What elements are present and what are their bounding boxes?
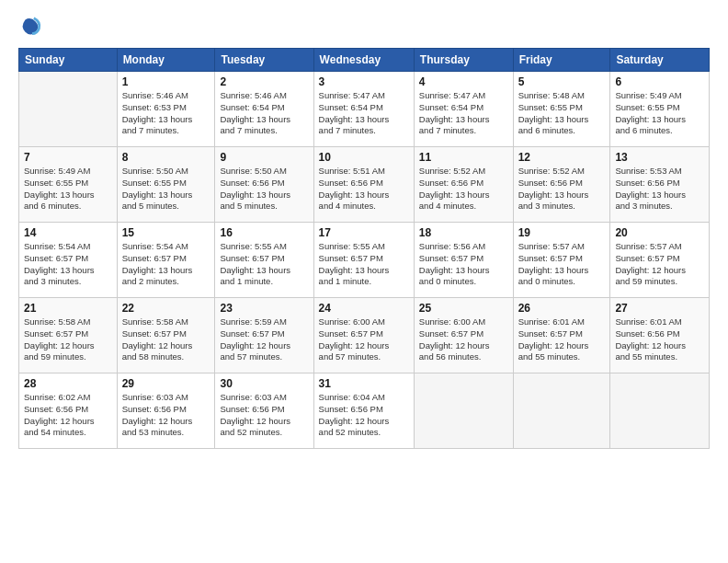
calendar-cell: 15Sunrise: 5:54 AM Sunset: 6:57 PM Dayli… <box>117 223 215 298</box>
calendar-cell: 8Sunrise: 5:50 AM Sunset: 6:55 PM Daylig… <box>117 147 215 223</box>
calendar-cell: 23Sunrise: 5:59 AM Sunset: 6:57 PM Dayli… <box>215 298 313 373</box>
calendar-cell: 31Sunrise: 6:04 AM Sunset: 6:56 PM Dayli… <box>313 373 414 449</box>
cell-info: Sunrise: 5:53 AM Sunset: 6:56 PM Dayligh… <box>615 166 704 213</box>
calendar-cell: 19Sunrise: 5:57 AM Sunset: 6:57 PM Dayli… <box>513 223 610 298</box>
cell-day-number: 14 <box>24 226 112 239</box>
calendar-cell <box>414 373 513 449</box>
cell-day-number: 10 <box>319 151 409 164</box>
cell-info: Sunrise: 5:54 AM Sunset: 6:57 PM Dayligh… <box>24 241 112 288</box>
calendar-table: SundayMondayTuesdayWednesdayThursdayFrid… <box>18 48 710 449</box>
calendar-cell: 7Sunrise: 5:49 AM Sunset: 6:55 PM Daylig… <box>19 147 118 223</box>
cell-info: Sunrise: 6:02 AM Sunset: 6:56 PM Dayligh… <box>24 392 112 439</box>
cell-day-number: 6 <box>615 75 704 88</box>
cell-info: Sunrise: 5:46 AM Sunset: 6:54 PM Dayligh… <box>220 90 308 137</box>
cell-info: Sunrise: 5:51 AM Sunset: 6:56 PM Dayligh… <box>319 166 409 213</box>
header-cell-thursday: Thursday <box>414 49 513 72</box>
cell-info: Sunrise: 5:48 AM Sunset: 6:55 PM Dayligh… <box>518 90 606 137</box>
cell-info: Sunrise: 5:57 AM Sunset: 6:57 PM Dayligh… <box>615 241 704 288</box>
calendar-cell: 6Sunrise: 5:49 AM Sunset: 6:55 PM Daylig… <box>610 72 710 147</box>
cell-day-number: 8 <box>122 151 210 164</box>
header-cell-wednesday: Wednesday <box>313 49 414 72</box>
cell-info: Sunrise: 6:03 AM Sunset: 6:56 PM Dayligh… <box>220 392 308 439</box>
calendar-cell: 11Sunrise: 5:52 AM Sunset: 6:56 PM Dayli… <box>414 147 513 223</box>
calendar-cell: 24Sunrise: 6:00 AM Sunset: 6:57 PM Dayli… <box>313 298 414 373</box>
cell-day-number: 2 <box>220 75 308 88</box>
cell-day-number: 3 <box>319 75 409 88</box>
calendar-cell: 28Sunrise: 6:02 AM Sunset: 6:56 PM Dayli… <box>19 373 118 449</box>
calendar-cell: 17Sunrise: 5:55 AM Sunset: 6:57 PM Dayli… <box>313 223 414 298</box>
calendar-cell: 16Sunrise: 5:55 AM Sunset: 6:57 PM Dayli… <box>215 223 313 298</box>
page: SundayMondayTuesdayWednesdayThursdayFrid… <box>0 0 728 563</box>
week-row-2: 7Sunrise: 5:49 AM Sunset: 6:55 PM Daylig… <box>19 147 710 223</box>
cell-info: Sunrise: 5:47 AM Sunset: 6:54 PM Dayligh… <box>419 90 508 137</box>
cell-info: Sunrise: 5:58 AM Sunset: 6:57 PM Dayligh… <box>122 316 210 363</box>
cell-info: Sunrise: 5:49 AM Sunset: 6:55 PM Dayligh… <box>615 90 704 137</box>
week-row-1: 1Sunrise: 5:46 AM Sunset: 6:53 PM Daylig… <box>19 72 710 147</box>
calendar-cell: 9Sunrise: 5:50 AM Sunset: 6:56 PM Daylig… <box>215 147 313 223</box>
calendar-cell: 4Sunrise: 5:47 AM Sunset: 6:54 PM Daylig… <box>414 72 513 147</box>
cell-day-number: 24 <box>319 302 409 315</box>
cell-info: Sunrise: 6:01 AM Sunset: 6:57 PM Dayligh… <box>518 316 606 363</box>
cell-day-number: 23 <box>220 302 308 315</box>
calendar-cell: 20Sunrise: 5:57 AM Sunset: 6:57 PM Dayli… <box>610 223 710 298</box>
cell-info: Sunrise: 6:01 AM Sunset: 6:56 PM Dayligh… <box>615 316 704 363</box>
cell-day-number: 4 <box>419 75 508 88</box>
cell-info: Sunrise: 6:00 AM Sunset: 6:57 PM Dayligh… <box>419 316 508 363</box>
cell-info: Sunrise: 5:58 AM Sunset: 6:57 PM Dayligh… <box>24 316 112 363</box>
calendar-cell: 27Sunrise: 6:01 AM Sunset: 6:56 PM Dayli… <box>610 298 710 373</box>
cell-info: Sunrise: 5:57 AM Sunset: 6:57 PM Dayligh… <box>518 241 606 288</box>
logo-icon <box>18 15 44 40</box>
cell-day-number: 22 <box>122 302 210 315</box>
cell-day-number: 12 <box>518 151 606 164</box>
cell-info: Sunrise: 5:56 AM Sunset: 6:57 PM Dayligh… <box>419 241 508 288</box>
cell-day-number: 28 <box>24 377 112 390</box>
calendar-cell: 2Sunrise: 5:46 AM Sunset: 6:54 PM Daylig… <box>215 72 313 147</box>
calendar-cell <box>513 373 610 449</box>
cell-day-number: 18 <box>419 226 508 239</box>
cell-day-number: 19 <box>518 226 606 239</box>
cell-day-number: 11 <box>419 151 508 164</box>
header-cell-tuesday: Tuesday <box>215 49 313 72</box>
calendar-cell: 10Sunrise: 5:51 AM Sunset: 6:56 PM Dayli… <box>313 147 414 223</box>
logo-area <box>18 15 48 40</box>
cell-info: Sunrise: 5:47 AM Sunset: 6:54 PM Dayligh… <box>319 90 409 137</box>
cell-info: Sunrise: 5:46 AM Sunset: 6:53 PM Dayligh… <box>122 90 210 137</box>
week-row-3: 14Sunrise: 5:54 AM Sunset: 6:57 PM Dayli… <box>19 223 710 298</box>
calendar-cell: 3Sunrise: 5:47 AM Sunset: 6:54 PM Daylig… <box>313 72 414 147</box>
cell-info: Sunrise: 5:59 AM Sunset: 6:57 PM Dayligh… <box>220 316 308 363</box>
header-cell-sunday: Sunday <box>19 49 118 72</box>
cell-info: Sunrise: 5:50 AM Sunset: 6:56 PM Dayligh… <box>220 166 308 213</box>
cell-day-number: 25 <box>419 302 508 315</box>
cell-info: Sunrise: 5:52 AM Sunset: 6:56 PM Dayligh… <box>419 166 508 213</box>
cell-day-number: 9 <box>220 151 308 164</box>
cell-day-number: 30 <box>220 377 308 390</box>
header-row: SundayMondayTuesdayWednesdayThursdayFrid… <box>19 49 710 72</box>
header-cell-monday: Monday <box>117 49 215 72</box>
cell-info: Sunrise: 5:50 AM Sunset: 6:55 PM Dayligh… <box>122 166 210 213</box>
calendar-cell: 5Sunrise: 5:48 AM Sunset: 6:55 PM Daylig… <box>513 72 610 147</box>
calendar-cell <box>19 72 118 147</box>
cell-day-number: 20 <box>615 226 704 239</box>
cell-day-number: 26 <box>518 302 606 315</box>
calendar-cell: 18Sunrise: 5:56 AM Sunset: 6:57 PM Dayli… <box>414 223 513 298</box>
calendar-cell: 26Sunrise: 6:01 AM Sunset: 6:57 PM Dayli… <box>513 298 610 373</box>
cell-day-number: 17 <box>319 226 409 239</box>
calendar-cell: 29Sunrise: 6:03 AM Sunset: 6:56 PM Dayli… <box>117 373 215 449</box>
cell-day-number: 7 <box>24 151 112 164</box>
header-cell-saturday: Saturday <box>610 49 710 72</box>
calendar-cell: 12Sunrise: 5:52 AM Sunset: 6:56 PM Dayli… <box>513 147 610 223</box>
week-row-4: 21Sunrise: 5:58 AM Sunset: 6:57 PM Dayli… <box>19 298 710 373</box>
cell-day-number: 1 <box>122 75 210 88</box>
cell-day-number: 15 <box>122 226 210 239</box>
cell-info: Sunrise: 6:04 AM Sunset: 6:56 PM Dayligh… <box>319 392 409 439</box>
cell-info: Sunrise: 5:52 AM Sunset: 6:56 PM Dayligh… <box>518 166 606 213</box>
calendar-cell: 22Sunrise: 5:58 AM Sunset: 6:57 PM Dayli… <box>117 298 215 373</box>
calendar-cell <box>610 373 710 449</box>
header <box>18 15 710 40</box>
cell-day-number: 13 <box>615 151 704 164</box>
cell-day-number: 27 <box>615 302 704 315</box>
week-row-5: 28Sunrise: 6:02 AM Sunset: 6:56 PM Dayli… <box>19 373 710 449</box>
calendar-cell: 25Sunrise: 6:00 AM Sunset: 6:57 PM Dayli… <box>414 298 513 373</box>
calendar-cell: 14Sunrise: 5:54 AM Sunset: 6:57 PM Dayli… <box>19 223 118 298</box>
calendar-cell: 1Sunrise: 5:46 AM Sunset: 6:53 PM Daylig… <box>117 72 215 147</box>
